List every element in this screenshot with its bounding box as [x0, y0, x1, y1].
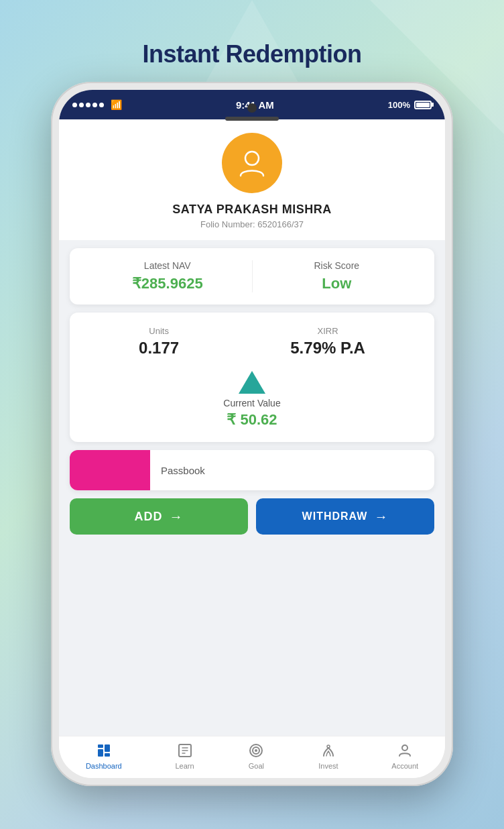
withdraw-arrow-icon: →	[374, 509, 388, 524]
svg-rect-2	[98, 749, 103, 757]
sidebar-item-invest[interactable]: Invest	[318, 742, 338, 770]
add-arrow-icon: →	[170, 509, 184, 524]
profile-section: SATYA PRAKASH MISHRA Folio Number: 65201…	[59, 119, 445, 240]
status-left: 📶	[72, 99, 122, 110]
signal-dot-5	[99, 103, 104, 107]
avatar-icon	[235, 146, 269, 180]
battery-icon	[414, 101, 432, 109]
signal-dot-3	[86, 103, 90, 107]
goal-icon	[247, 742, 265, 759]
xirr-label: XIRR	[318, 326, 338, 336]
risk-value: Low	[322, 275, 351, 292]
battery-percentage: 100%	[388, 100, 410, 110]
svg-point-11	[255, 749, 257, 752]
goal-nav-label: Goal	[249, 762, 264, 770]
nav-label: Latest NAV	[144, 260, 191, 271]
withdraw-button-label: WITHDRAW	[302, 510, 368, 522]
svg-point-13	[402, 745, 407, 751]
signal-dot-1	[72, 103, 77, 107]
phone-speaker	[225, 117, 279, 121]
risk-score-item: Risk Score Low	[253, 260, 422, 292]
wifi-icon: 📶	[111, 99, 122, 110]
upward-triangle-icon	[239, 371, 265, 394]
svg-point-0	[245, 152, 259, 165]
phone-top	[225, 103, 279, 121]
nav-risk-row: Latest NAV ₹285.9625 Risk Score Low	[83, 260, 421, 292]
phone-camera	[247, 103, 257, 113]
account-icon	[396, 742, 414, 759]
sidebar-item-account[interactable]: Account	[391, 742, 418, 770]
user-name: SATYA PRAKASH MISHRA	[172, 203, 331, 217]
signal-dots	[72, 103, 104, 107]
phone-inner: 📶 9:41 AM 100% SATYA PRAKASH M	[59, 90, 445, 778]
invest-nav-label: Invest	[318, 762, 338, 770]
current-value-label: Current Value	[223, 398, 280, 408]
sidebar-item-learn[interactable]: Learn	[176, 742, 194, 770]
signal-dot-4	[92, 103, 97, 107]
units-label: Units	[149, 326, 169, 336]
svg-rect-4	[105, 753, 110, 757]
withdraw-button[interactable]: WITHDRAW →	[256, 498, 434, 535]
signal-dot-2	[79, 103, 84, 107]
current-value-amount: ₹ 50.62	[227, 411, 277, 429]
nav-risk-card: Latest NAV ₹285.9625 Risk Score Low	[70, 248, 434, 305]
status-right: 100%	[388, 100, 432, 110]
avatar	[222, 133, 282, 193]
app-content: SATYA PRAKASH MISHRA Folio Number: 65201…	[59, 119, 445, 736]
dashboard-icon	[95, 742, 113, 759]
svg-rect-3	[105, 744, 110, 752]
bottom-nav: Dashboard Learn	[59, 736, 445, 778]
dashboard-nav-label: Dashboard	[86, 762, 122, 770]
add-button[interactable]: ADD →	[70, 498, 248, 535]
phone-frame: 📶 9:41 AM 100% SATYA PRAKASH M	[51, 82, 453, 786]
learn-nav-label: Learn	[176, 762, 194, 770]
account-nav-label: Account	[391, 762, 418, 770]
svg-rect-1	[98, 744, 103, 748]
folio-number: Folio Number: 6520166/37	[200, 219, 304, 229]
current-value-section: Current Value ₹ 50.62	[83, 371, 421, 429]
sidebar-item-goal[interactable]: Goal	[247, 742, 265, 770]
action-buttons: ADD → WITHDRAW →	[70, 498, 434, 535]
add-button-label: ADD	[135, 510, 163, 524]
metrics-card: Units 0.177 XIRR 5.79% P.A Current Value…	[70, 313, 434, 442]
passbook-tab[interactable]	[70, 450, 150, 490]
learn-icon	[176, 742, 194, 759]
passbook-section[interactable]: Passbook	[70, 450, 434, 490]
risk-label: Risk Score	[314, 260, 359, 271]
units-item: Units 0.177	[139, 326, 179, 357]
battery-fill	[416, 103, 430, 107]
passbook-label: Passbook	[150, 465, 205, 476]
metrics-row: Units 0.177 XIRR 5.79% P.A	[83, 326, 421, 357]
invest-icon	[320, 742, 337, 759]
svg-point-12	[327, 745, 330, 748]
nav-value: ₹285.9625	[132, 275, 203, 292]
sidebar-item-dashboard[interactable]: Dashboard	[86, 742, 122, 770]
page-title: Instant Redemption	[142, 40, 361, 68]
units-value: 0.177	[139, 339, 179, 357]
xirr-item: XIRR 5.79% P.A	[290, 326, 365, 357]
latest-nav-item: Latest NAV ₹285.9625	[83, 260, 253, 292]
xirr-value: 5.79% P.A	[290, 339, 365, 357]
